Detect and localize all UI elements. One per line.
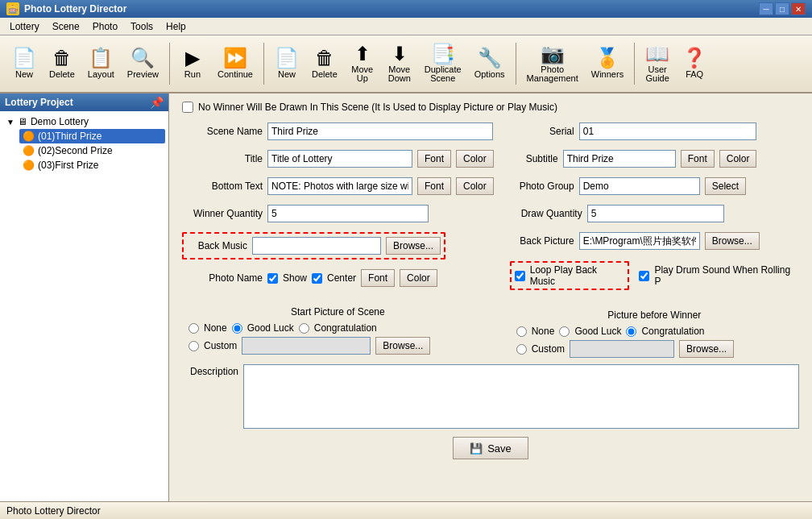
menu-lottery[interactable]: Lottery [3,19,46,34]
back-picture-browse-button[interactable]: Browse... [705,232,760,250]
no-winner-checkbox[interactable] [182,102,193,113]
toolbar-winners[interactable]: 🏅 Winners [586,39,629,88]
toolbar-photomgmt-label: PhotoManagement [527,65,578,83]
title-input[interactable] [267,150,412,168]
picwinner-custom-browse-button[interactable]: Browse... [679,340,734,358]
winner-quantity-label: Winner Quantity [182,208,263,219]
toolbar-delete2-label: Delete [312,69,338,79]
tree-root-label: Demo Lottery [31,116,89,127]
photo-name-color-button[interactable]: Color [400,269,437,287]
tree-item-second-prize[interactable]: 🟠 (02)Second Prize [19,143,165,158]
start-none-radio[interactable] [188,323,199,334]
bottom-text-color-button[interactable]: Color [456,177,494,195]
picwinner-congrat-radio[interactable] [626,326,636,337]
photo-group-select-button[interactable]: Select [705,177,746,195]
tree-item-first-prize[interactable]: 🟠 (03)First Prize [19,158,165,172]
title-row: Title Font Color [182,150,494,168]
draw-quantity-row: Draw Quantity [510,205,799,222]
title-color-button[interactable]: Color [456,150,494,168]
toolbar-faq[interactable]: ❓ FAQ [677,39,712,88]
back-music-dashed-box: Back Music Browse... [182,232,445,260]
start-none-label: None [204,322,227,334]
picwinner-goodluck-radio[interactable] [559,326,570,337]
menu-help[interactable]: Help [160,19,193,34]
new2-icon: 📄 [275,48,299,68]
photo-name-center-checkbox[interactable] [312,273,322,284]
picwinner-none-radio[interactable] [516,326,527,337]
subtitle-color-button[interactable]: Color [719,150,757,168]
minimize-button[interactable]: ─ [759,2,773,15]
picwinner-congrat-label: Congratulation [641,326,704,337]
toolbar-layout[interactable]: 📋 Layout [82,39,120,88]
toolbar-sep1 [169,43,170,85]
pin-icon: 📌 [150,96,164,109]
start-congrat-radio[interactable] [299,323,309,334]
photo-group-input[interactable] [579,177,700,195]
bottom-text-input[interactable] [267,177,412,195]
menu-tools[interactable]: Tools [124,19,160,34]
toolbar-new2[interactable]: 📄 New [269,39,304,88]
menu-scene[interactable]: Scene [46,19,86,34]
toolbar-options[interactable]: 🔧 Options [469,39,511,88]
scene-name-label: Scene Name [182,126,263,137]
serial-input[interactable] [579,122,756,140]
status-text: Photo Lottery Director [6,505,101,517]
back-picture-input[interactable] [579,232,700,250]
title-font-button[interactable]: Font [417,150,451,168]
picwinner-custom-radio[interactable] [516,344,527,355]
save-row: 💾 Save [182,437,799,459]
toolbar-photomgmt[interactable]: 📷 PhotoManagement [521,39,584,88]
play-drum-checkbox[interactable] [639,271,649,281]
start-custom-radio[interactable] [188,341,199,351]
photo-name-show-checkbox[interactable] [267,273,278,284]
start-goodluck-radio[interactable] [232,323,242,334]
close-button[interactable]: ✕ [791,2,806,15]
bottom-text-font-button[interactable]: Font [417,177,451,195]
winner-quantity-row: Winner Quantity [182,205,494,222]
bottom-text-row: Bottom Text Font Color [182,177,494,195]
back-music-browse-button[interactable]: Browse... [386,237,441,255]
photo-name-font-button[interactable]: Font [361,269,395,287]
toolbar-run[interactable]: ▶ Run [175,39,210,88]
continue-icon: ⏩ [223,48,247,68]
tree-item-third-prize[interactable]: 🟠 (01)Third Prize [19,129,165,143]
start-picture-section: Start Picture of Scene None Good Luck Co… [182,300,494,355]
start-none-row: None Good Luck Congratulation [188,322,494,334]
scene-name-input[interactable] [267,122,493,140]
back-music-input[interactable] [252,237,381,255]
start-custom-input[interactable] [242,337,371,355]
subtitle-row: Subtitle Font Color [510,150,799,168]
toolbar-continue[interactable]: ⏩ Continue [212,39,259,88]
toolbar-dupscene[interactable]: 📑 DuplicateScene [419,39,467,88]
toolbar-delete[interactable]: 🗑 Delete [44,39,81,88]
loop-play-checkbox[interactable] [515,271,525,281]
toolbar-delete-label: Delete [49,69,75,79]
subtitle-label: Subtitle [510,153,558,164]
toolbar-delete2[interactable]: 🗑 Delete [306,39,343,88]
draw-quantity-input[interactable] [587,205,724,222]
picwinner-goodluck-label: Good Luck [574,326,621,337]
maximize-button[interactable]: □ [775,2,789,15]
back-music-row: Back Music Browse... [182,232,494,260]
title-label: Title [182,153,263,164]
toolbar-moveup[interactable]: ⬆ MoveUp [345,39,380,88]
picwinner-custom-input[interactable] [570,340,674,358]
winner-quantity-input[interactable] [267,205,429,222]
toolbar-preview[interactable]: 🔍 Preview [122,39,164,88]
layout-icon: 📋 [89,48,113,68]
subtitle-input[interactable] [563,150,676,168]
menu-photo[interactable]: Photo [86,19,124,34]
status-bar: Photo Lottery Director [0,501,812,519]
save-button[interactable]: 💾 Save [453,437,528,459]
subtitle-font-button[interactable]: Font [681,150,715,168]
scene-name-row: Scene Name [182,122,494,140]
start-custom-browse-button[interactable]: Browse... [375,337,430,355]
toolbar-new1[interactable]: 📄 New [6,39,42,88]
tree-root[interactable]: ▼ 🖥 Demo Lottery [3,114,165,129]
toolbar-userguide[interactable]: 📖 UserGuide [640,39,675,88]
toolbar-movedown[interactable]: ⬇ MoveDown [382,39,417,88]
description-textarea[interactable] [243,364,799,429]
tree-item-first-prize-label: (03)First Prize [38,160,98,171]
movedown-icon: ⬇ [392,44,408,64]
toolbar-run-label: Run [184,69,201,79]
